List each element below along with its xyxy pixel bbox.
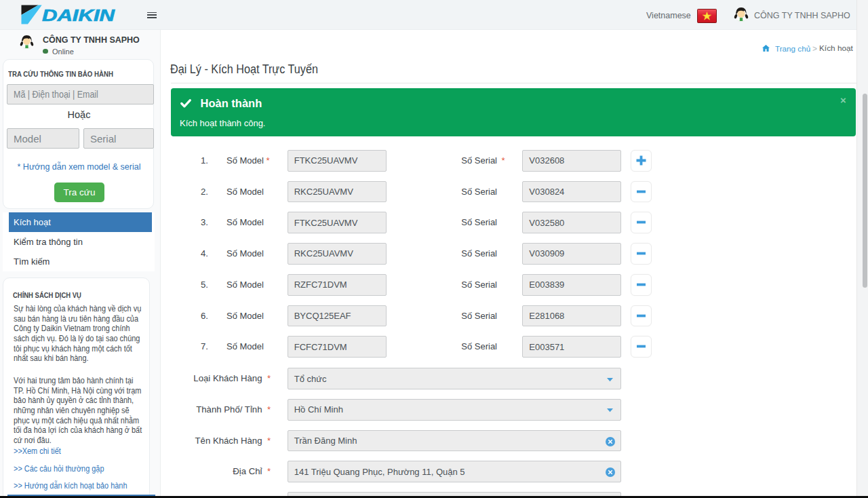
svg-text:DAIKIN: DAIKIN [42,7,115,24]
